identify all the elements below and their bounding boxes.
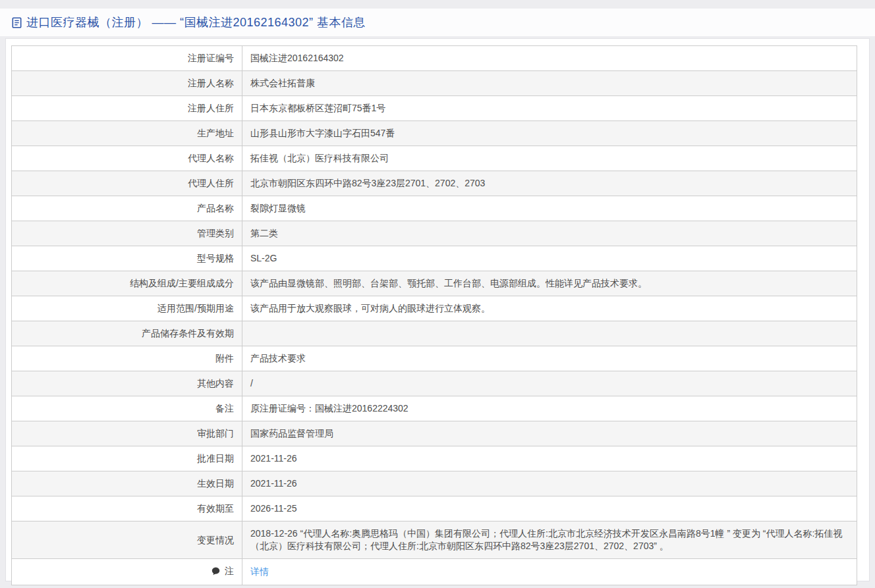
field-value: / bbox=[242, 371, 857, 396]
field-value: 国械注进20162164302 bbox=[242, 46, 857, 71]
table-row: 产品名称 裂隙灯显微镜 bbox=[12, 196, 857, 221]
page-header: 进口医疗器械（注册） —— “国械注进20162164302” 基本信息 bbox=[0, 9, 875, 36]
table-row: 注册人住所 日本东京都板桥区莲沼町75番1号 bbox=[12, 96, 857, 121]
table-row: 有效期至 2026-11-25 bbox=[12, 496, 857, 521]
content-panel: 注册证编号 国械注进20162164302 注册人名称 株式会社拓普康 注册人住… bbox=[5, 38, 870, 581]
field-value: 2026-11-25 bbox=[242, 496, 857, 521]
table-row: 变更情况 2018-12-26 “代理人名称:奥腾思格玛（中国）集团有限公司；代… bbox=[12, 521, 857, 559]
field-label: 适用范围/预期用途 bbox=[12, 296, 242, 321]
field-value: 株式会社拓普康 bbox=[242, 71, 857, 96]
table-row: 其他内容 / bbox=[12, 371, 857, 396]
table-row: 审批部门 国家药品监督管理局 bbox=[12, 421, 857, 446]
note-balloon-icon bbox=[212, 567, 223, 577]
field-label: 管理类别 bbox=[12, 221, 242, 246]
registration-info-table: 注册证编号 国械注进20162164302 注册人名称 株式会社拓普康 注册人住… bbox=[11, 45, 857, 585]
field-label: 结构及组成/主要组成成分 bbox=[12, 271, 242, 296]
field-label: 批准日期 bbox=[12, 446, 242, 471]
field-label: 审批部门 bbox=[12, 421, 242, 446]
field-label: 生效日期 bbox=[12, 471, 242, 496]
field-label: 注册人名称 bbox=[12, 71, 242, 96]
field-label: 代理人名称 bbox=[12, 146, 242, 171]
table-row: 注 详情 bbox=[12, 559, 857, 585]
field-value: 第二类 bbox=[242, 221, 857, 246]
page-title: 进口医疗器械（注册） —— “国械注进20162164302” 基本信息 bbox=[26, 14, 366, 30]
field-label: 代理人住所 bbox=[12, 171, 242, 196]
field-label: 注册证编号 bbox=[12, 46, 242, 71]
field-value: 该产品用于放大观察眼球，可对病人的眼球进行立体观察。 bbox=[242, 296, 857, 321]
table-row: 注册证编号 国械注进20162164302 bbox=[12, 46, 857, 71]
field-label: 生产地址 bbox=[12, 121, 242, 146]
field-value: 该产品由显微镜部、照明部、台架部、颚托部、工作台部、电源部组成。性能详见产品技术… bbox=[242, 271, 857, 296]
field-label: 变更情况 bbox=[12, 521, 242, 559]
field-value: 裂隙灯显微镜 bbox=[242, 196, 857, 221]
field-label: 其他内容 bbox=[12, 371, 242, 396]
field-value bbox=[242, 321, 857, 346]
field-value: 北京市朝阳区东四环中路82号3座23层2701、2702、2703 bbox=[242, 171, 857, 196]
field-value: 2018-12-26 “代理人名称:奥腾思格玛（中国）集团有限公司；代理人住所:… bbox=[242, 521, 857, 559]
table-row: 结构及组成/主要组成成分 该产品由显微镜部、照明部、台架部、颚托部、工作台部、电… bbox=[12, 271, 857, 296]
field-value: 国家药品监督管理局 bbox=[242, 421, 857, 446]
field-label: 备注 bbox=[12, 396, 242, 421]
table-row: 附件 产品技术要求 bbox=[12, 346, 857, 371]
field-value: 日本东京都板桥区莲沼町75番1号 bbox=[242, 96, 857, 121]
field-value: SL-2G bbox=[242, 246, 857, 271]
field-label: 有效期至 bbox=[12, 496, 242, 521]
field-value: 2021-11-26 bbox=[242, 446, 857, 471]
table-row: 适用范围/预期用途 该产品用于放大观察眼球，可对病人的眼球进行立体观察。 bbox=[12, 296, 857, 321]
table-row: 管理类别 第二类 bbox=[12, 221, 857, 246]
field-value: 产品技术要求 bbox=[242, 346, 857, 371]
field-label: 注 bbox=[12, 559, 242, 585]
document-icon bbox=[11, 17, 22, 28]
table-row: 产品储存条件及有效期 bbox=[12, 321, 857, 346]
field-value: 拓佳视（北京）医疗科技有限公司 bbox=[242, 146, 857, 171]
field-label: 附件 bbox=[12, 346, 242, 371]
table-row: 型号规格 SL-2G bbox=[12, 246, 857, 271]
field-label: 产品名称 bbox=[12, 196, 242, 221]
table-row: 代理人住所 北京市朝阳区东四环中路82号3座23层2701、2702、2703 bbox=[12, 171, 857, 196]
table-row: 注册人名称 株式会社拓普康 bbox=[12, 71, 857, 96]
note-label: 注 bbox=[225, 566, 234, 576]
field-value: 山形县山形市大字漆山字石田547番 bbox=[242, 121, 857, 146]
table-row: 生效日期 2021-11-26 bbox=[12, 471, 857, 496]
field-label: 注册人住所 bbox=[12, 96, 242, 121]
field-value: 2021-11-26 bbox=[242, 471, 857, 496]
table-row: 代理人名称 拓佳视（北京）医疗科技有限公司 bbox=[12, 146, 857, 171]
field-label: 产品储存条件及有效期 bbox=[12, 321, 242, 346]
table-row: 备注 原注册证编号：国械注进20162224302 bbox=[12, 396, 857, 421]
field-label: 型号规格 bbox=[12, 246, 242, 271]
table-row: 生产地址 山形县山形市大字漆山字石田547番 bbox=[12, 121, 857, 146]
field-value: 详情 bbox=[242, 559, 857, 585]
table-row: 批准日期 2021-11-26 bbox=[12, 446, 857, 471]
details-link[interactable]: 详情 bbox=[250, 566, 269, 577]
field-value: 原注册证编号：国械注进20162224302 bbox=[242, 396, 857, 421]
